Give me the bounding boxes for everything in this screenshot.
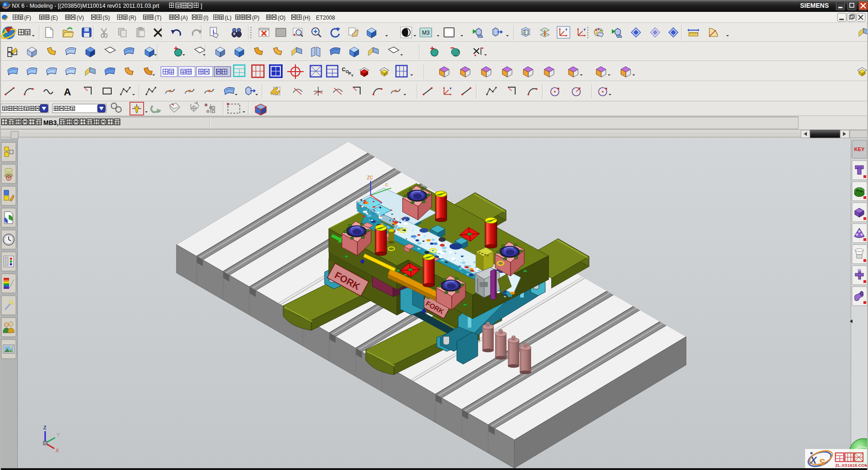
svg-text:MB3,: MB3, bbox=[43, 119, 58, 126]
svg-text:A: A bbox=[64, 86, 71, 98]
svg-text:C: C bbox=[385, 183, 388, 187]
svg-text:(R): (R) bbox=[129, 15, 136, 21]
svg-text:Y: Y bbox=[57, 432, 60, 438]
svg-text:(V): (V) bbox=[77, 15, 84, 21]
svg-text:(A): (A) bbox=[181, 15, 188, 21]
svg-text:Y: Y bbox=[351, 73, 354, 78]
svg-text:M3: M3 bbox=[422, 30, 430, 36]
svg-text:(S): (S) bbox=[103, 15, 110, 21]
svg-text:Z: Z bbox=[43, 425, 46, 430]
svg-text:ET2008: ET2008 bbox=[316, 15, 335, 21]
svg-text:ZL.XS1616.COM: ZL.XS1616.COM bbox=[835, 463, 868, 468]
svg-text:(H): (H) bbox=[303, 15, 310, 21]
svg-text:(O): (O) bbox=[278, 15, 285, 21]
svg-text:(E): (E) bbox=[51, 15, 58, 21]
svg-text:(I): (I) bbox=[203, 15, 208, 21]
svg-text:S: S bbox=[819, 457, 825, 467]
svg-text:(T): (T) bbox=[155, 15, 161, 21]
svg-text:(F): (F) bbox=[24, 15, 31, 21]
svg-text:ZC: ZC bbox=[367, 175, 373, 180]
svg-text:]: ] bbox=[201, 3, 202, 9]
svg-text:(L): (L) bbox=[225, 15, 232, 21]
svg-text:X: X bbox=[809, 454, 817, 466]
svg-text:SIEMENS: SIEMENS bbox=[800, 2, 829, 9]
svg-text:KEY: KEY bbox=[854, 146, 865, 152]
svg-text:C: C bbox=[342, 67, 346, 72]
svg-text:(P): (P) bbox=[252, 15, 259, 21]
svg-text:NX 6 - Modeling - [(203850)M11: NX 6 - Modeling - [(203850)M110014 rev01… bbox=[12, 3, 160, 9]
svg-text:X: X bbox=[56, 448, 59, 453]
